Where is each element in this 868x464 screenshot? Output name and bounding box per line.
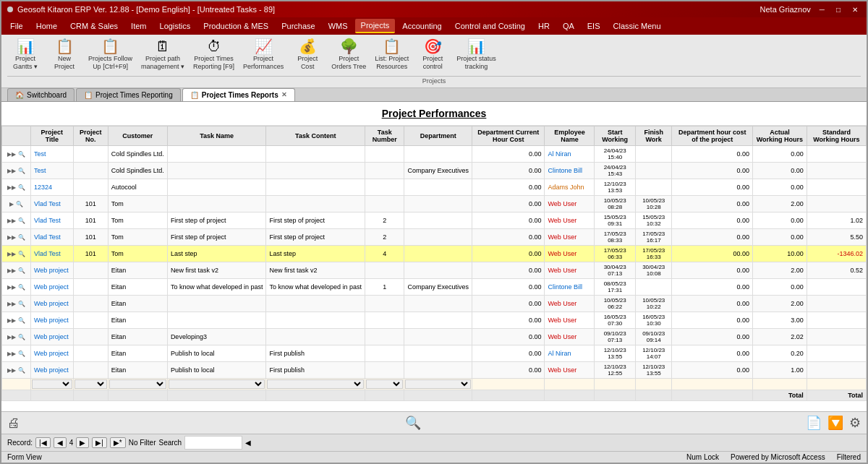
menu-item[interactable]: Item (125, 20, 152, 33)
row-controls[interactable]: ▶▶ 🔍 (2, 145, 31, 162)
tab-close-button[interactable]: ✕ (281, 91, 287, 98)
nav-first[interactable]: |◀ (35, 437, 51, 448)
filter-task-number[interactable] (366, 379, 403, 389)
row-controls[interactable]: ▶▶ 🔍 (2, 212, 31, 228)
nav-next[interactable]: ▶ (76, 437, 89, 448)
menu-file[interactable]: File (4, 20, 29, 33)
toolbar-project-performances[interactable]: 📈 ProjectPerformances (240, 38, 286, 72)
table-row: ▶▶ 🔍Web projectEitanDeveloping30.00Web U… (2, 328, 867, 345)
minimize-button[interactable]: ─ (817, 5, 827, 14)
toolbar-new-project[interactable]: 📋 NewProject (46, 38, 82, 72)
menu-control[interactable]: Control and Costing (449, 20, 531, 33)
toolbar-project-orders-tree[interactable]: 🌳 ProjectOrders Tree (328, 38, 369, 72)
col-standard-hours: Standard Working Hours (807, 126, 866, 145)
toolbar-list-project-resources[interactable]: 📋 List: ProjectResources (372, 38, 412, 72)
cell-project-title[interactable]: Vlad Test (31, 212, 74, 228)
row-controls[interactable]: ▶▶ 🔍 (2, 312, 31, 328)
menu-eis[interactable]: EIS (582, 20, 606, 33)
filter-project-title[interactable] (32, 379, 72, 389)
nav-prev[interactable]: ◀ (54, 437, 67, 448)
search-input[interactable] (184, 436, 242, 450)
menu-logistics[interactable]: Logistics (154, 20, 197, 33)
row-controls[interactable]: ▶▶ 🔍 (2, 328, 31, 345)
toolbar-project-control[interactable]: 🎯 Projectcontrol (414, 38, 451, 72)
menu-qa[interactable]: QA (557, 20, 580, 33)
cell-standard-hours: -1346.02 (807, 245, 866, 262)
cell-task-name: First step of project (167, 212, 266, 228)
toolbar-project-path[interactable]: 🗓 Project pathmanagement ▾ (138, 38, 187, 72)
row-controls[interactable]: ▶▶ 🔍 (2, 262, 31, 278)
cell-project-title[interactable]: Web project (31, 262, 74, 278)
menu-classic[interactable]: Classic Menu (608, 20, 667, 33)
row-controls[interactable]: ▶ 🔍 (2, 195, 31, 212)
menu-production[interactable]: Production & MES (197, 20, 274, 33)
cell-employee-name: Web User (545, 228, 595, 245)
cell-dept-hour-cost: 0.00 (472, 345, 545, 361)
cell-project-no (73, 278, 108, 295)
cell-project-no (73, 295, 108, 312)
cell-task-name: Publish to local (167, 345, 266, 361)
menu-wms[interactable]: WMS (323, 20, 354, 33)
cell-project-title[interactable]: Web project (31, 312, 74, 328)
cell-task-number (365, 361, 404, 378)
export-icon[interactable]: 📄 (806, 415, 822, 431)
filter-project-no[interactable] (75, 379, 107, 389)
cell-project-title[interactable]: Web project (31, 328, 74, 345)
nav-new[interactable]: ▶* (110, 437, 126, 448)
toolbar-projects-follow-up[interactable]: 📋 Projects FollowUp [Ctrl+F9] (85, 38, 135, 72)
close-button[interactable]: ✕ (849, 5, 861, 14)
row-controls[interactable]: ▶▶ 🔍 (2, 278, 31, 295)
toolbar-project-cost[interactable]: 💰 ProjectCost (289, 38, 326, 72)
row-controls[interactable]: ▶▶ 🔍 (2, 361, 31, 378)
cell-project-title[interactable]: Web project (31, 295, 74, 312)
cell-project-title[interactable]: Test (31, 145, 74, 162)
cell-project-title[interactable]: Web project (31, 345, 74, 361)
menu-accounting[interactable]: Accounting (396, 20, 447, 33)
cell-project-title[interactable]: 12324 (31, 179, 74, 195)
row-controls[interactable]: ▶▶ 🔍 (2, 179, 31, 195)
cell-finish-work: 12/10/2313:55 (635, 361, 671, 378)
cell-project-title[interactable]: Vlad Test (31, 228, 74, 245)
cell-project-title[interactable]: Web project (31, 278, 74, 295)
cell-standard-hours (807, 345, 866, 361)
cell-project-title[interactable]: Vlad Test (31, 245, 74, 262)
cell-start-working: 12/10/2313:53 (595, 179, 636, 195)
print-icon[interactable]: 🖨 (7, 416, 20, 431)
total-row: Total Total (2, 390, 867, 400)
filter-department[interactable] (405, 379, 471, 389)
row-controls[interactable]: ▶▶ 🔍 (2, 245, 31, 262)
menu-projects[interactable]: Projects (355, 19, 396, 33)
menu-hr[interactable]: HR (532, 20, 556, 33)
cell-task-number (365, 328, 404, 345)
filter-customer[interactable] (109, 379, 166, 389)
maximize-button[interactable]: □ (833, 5, 843, 14)
tab-switchboard[interactable]: 🏠 Switchboard (7, 88, 75, 101)
toolbar-project-times[interactable]: ⏱ Project TimesReporting [F9] (190, 38, 237, 72)
row-controls[interactable]: ▶▶ 🔍 (2, 162, 31, 179)
menu-crm[interactable]: CRM & Sales (64, 20, 124, 33)
menu-home[interactable]: Home (30, 20, 63, 33)
tab-project-times-reporting[interactable]: 📋 Project Times Reporting (76, 88, 181, 101)
nav-last[interactable]: ▶| (92, 437, 107, 448)
toolbar-project-gantts[interactable]: 📊 ProjectGantts ▾ (7, 38, 43, 72)
row-controls[interactable]: ▶▶ 🔍 (2, 228, 31, 245)
settings-icon[interactable]: ⚙ (849, 415, 861, 431)
tab-project-times-reports[interactable]: 📋 Project Times Reports ✕ (182, 88, 295, 101)
cell-task-content (266, 295, 365, 312)
filter-task-content[interactable] (267, 379, 364, 389)
menu-purchase[interactable]: Purchase (276, 20, 320, 33)
cell-project-title[interactable]: Web project (31, 361, 74, 378)
cell-actual-hours: 0.00 (753, 179, 807, 195)
col-dept-project-cost: Department hour cost of the project (672, 126, 753, 145)
row-controls[interactable]: ▶▶ 🔍 (2, 295, 31, 312)
cell-dept-hour-cost: 0.00 (472, 328, 545, 345)
cell-project-title[interactable]: Test (31, 162, 74, 179)
row-controls[interactable]: ▶▶ 🔍 (2, 345, 31, 361)
cell-project-title[interactable]: Vlad Test (31, 195, 74, 212)
filter-icon[interactable]: 🔽 (827, 415, 843, 431)
filter-task-name[interactable] (169, 379, 265, 389)
cell-employee-name: Web User (545, 361, 595, 378)
table-container[interactable]: Project Title Project No. Customer Task … (1, 126, 867, 411)
toolbar-project-status[interactable]: 📊 Project statustracking (454, 38, 499, 72)
search-icon[interactable]: 🔍 (405, 415, 421, 431)
